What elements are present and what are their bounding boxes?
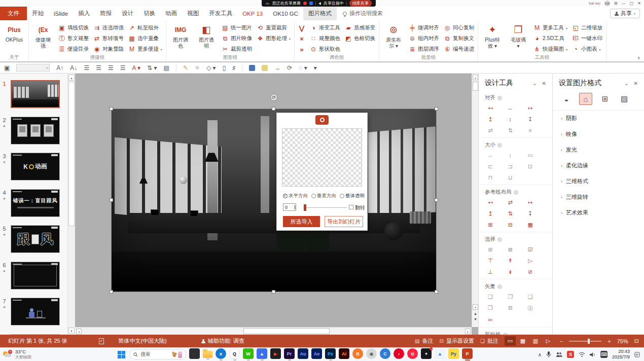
clock[interactable]: 20:43 2025/7/9 [612, 349, 630, 360]
scroll-up-icon[interactable]: ▴ [473, 75, 478, 80]
save-button[interactable]: ▣ [4, 64, 10, 71]
spellcheck-icon[interactable]: ✓ [99, 338, 104, 344]
share-app-icon[interactable] [309, 2, 313, 5]
rotate-tool-button[interactable]: ⟳ [287, 64, 292, 71]
ribbon-big-button[interactable]: IMG图片调色 [169, 22, 192, 49]
guide-top-icon[interactable]: ↥ [486, 210, 494, 217]
ribbon-small-button[interactable]: ▤统一图片 [221, 23, 253, 33]
wifi-icon[interactable] [579, 352, 585, 357]
distribute-v-icon[interactable]: ⇅ [506, 127, 514, 134]
ribbon-tab[interactable]: 开始 [27, 7, 49, 20]
format-section[interactable]: ›三维旋转 [553, 189, 644, 205]
format-section[interactable]: ›艺术效果 [553, 205, 644, 221]
chevron-down-icon[interactable]: ⌄ [532, 81, 536, 86]
slide-sorter-view-button[interactable]: ▦ [517, 336, 528, 346]
qq-app[interactable]: Q [229, 348, 240, 360]
radio-option[interactable]: 整体透明 [340, 193, 365, 199]
ribbon-big-button[interactable]: ✦Plus特效 ▾ [481, 22, 504, 49]
red-arrow-button[interactable]: → [274, 64, 280, 71]
dark-badge-app[interactable]: ✦ [421, 348, 432, 360]
stretch-bottom-icon[interactable]: ⊔ [506, 174, 514, 181]
select-hidden-icon[interactable]: ⊘ [526, 269, 534, 275]
fit-size-icon[interactable]: ⊡ [526, 163, 534, 170]
file-explorer[interactable] [203, 349, 212, 359]
accessibility-status[interactable]: 辅助功能: 调查 [201, 337, 244, 345]
radio-option[interactable]: 水平方向 [283, 193, 308, 199]
align-left-icon[interactable]: ↤ [486, 105, 494, 112]
resize-handle[interactable] [435, 107, 438, 111]
new-slide-button[interactable]: ▯ [223, 64, 226, 71]
transparency-slider-track[interactable] [303, 207, 347, 208]
close-x-icon[interactable]: × [297, 33, 306, 44]
dialog-mode-button[interactable] [315, 115, 329, 125]
photoshop-app[interactable]: Ps [325, 348, 336, 360]
transparency-slider-thumb[interactable] [304, 204, 306, 211]
columns-button[interactable]: ▤ [164, 64, 169, 71]
volume-icon[interactable] [590, 352, 596, 357]
select-checked-icon[interactable]: ☑ [526, 246, 534, 253]
resize-handle[interactable] [110, 198, 113, 202]
animation-painter-button[interactable]: ✧ [195, 64, 200, 71]
format-section[interactable]: ›映像 [553, 126, 644, 142]
guide-center-v-icon[interactable]: ⇅ [506, 210, 514, 217]
microphone-icon[interactable] [546, 351, 551, 357]
ribbon-small-button[interactable]: ⇉连选增强 [92, 23, 125, 33]
ribbon-small-button[interactable]: ⇄形转项号 [92, 33, 125, 44]
ribbon-small-button[interactable]: ◕2.5D工具 [532, 33, 568, 44]
ribbon-small-button[interactable]: ◩色框切换 [344, 33, 376, 44]
ribbon-small-button[interactable]: M更多工具▾ [532, 23, 568, 33]
select-up-icon[interactable]: ↟ [506, 258, 514, 264]
ribbon-small-button[interactable]: ◔小图表▾ [571, 44, 603, 54]
same-size-icon[interactable]: ▭ [526, 152, 534, 159]
ribbon-tab[interactable]: 图片格式 [303, 7, 337, 20]
vector-text-icon[interactable]: Ⓐ [526, 305, 534, 312]
ribbon-tab[interactable]: 简报 [95, 7, 117, 20]
zoom-slider[interactable] [569, 341, 601, 342]
format-section[interactable]: ›阴影 [553, 111, 644, 126]
format-painter-button[interactable]: ✎ [183, 64, 188, 71]
stop-sharing-button[interactable]: 结束共享 [349, 0, 372, 7]
slide-thumbnail[interactable]: 错误一：盲目跟风 [11, 189, 60, 217]
start-button[interactable] [118, 351, 125, 358]
align-right-button[interactable]: ☰ [108, 64, 114, 71]
resize-handle[interactable] [272, 107, 275, 111]
ribbon-big-button[interactable]: ❐毛玻璃 ▾ [507, 22, 530, 49]
scroll-down-icon[interactable]: ▾ [68, 328, 75, 334]
avatar[interactable]: KW [604, 1, 610, 6]
export-to-slide-button[interactable]: 导出到幻灯片 [325, 216, 363, 227]
align-more-icon[interactable]: ≡ [526, 127, 534, 134]
powerpoint-app[interactable]: P [462, 348, 473, 360]
select-same-fill-icon[interactable]: ⊞ [486, 246, 494, 253]
ribbon-small-button[interactable]: ⋔快捷脑图▾ [532, 44, 568, 54]
premiere-app[interactable]: Pr [284, 348, 295, 360]
import-selected-button[interactable]: 所选导入 [283, 216, 320, 227]
font-size-box[interactable]: ▾ [16, 64, 50, 71]
vector-shape-1-icon[interactable]: ❏ [486, 294, 494, 300]
shape-picker-button[interactable]: ◇ ▾ [206, 64, 216, 71]
ribbon-small-button[interactable]: ▦选中重叠 [127, 33, 163, 44]
slide-thumbnail[interactable] [11, 298, 60, 326]
ribbon-small-button[interactable]: ◉对象显隐 [92, 44, 125, 54]
justify-button[interactable]: ☰ [120, 64, 126, 71]
python-app[interactable]: Py [448, 348, 459, 360]
notification-icon[interactable] [634, 352, 640, 357]
ribbon-small-button[interactable]: ◎同心复制 [443, 23, 475, 33]
align-middle-v-icon[interactable]: ↕ [506, 116, 514, 123]
font-color-button[interactable]: A ▾ [132, 64, 140, 71]
vector-shape-3-icon[interactable]: ❑ [526, 294, 534, 300]
ribbon-tab[interactable]: 开发工具 [204, 7, 237, 20]
ribbon-small-button[interactable]: ∷规整颜色 [309, 33, 341, 44]
slide-thumbnail[interactable]: 跟风 [11, 225, 60, 253]
comments-button[interactable]: ❏ 批注 [480, 337, 498, 345]
radio-icon[interactable] [311, 194, 316, 198]
zoom-out-button[interactable]: − [560, 338, 563, 344]
resize-handle[interactable] [110, 290, 113, 294]
vector-cut-icon[interactable]: ✄ [486, 317, 494, 323]
office-photo-image[interactable] [112, 109, 436, 292]
scroll-up-icon[interactable]: ▴ [68, 75, 75, 81]
record-dot-icon[interactable] [303, 2, 307, 5]
taskbar-search[interactable]: 搜索 [129, 349, 186, 359]
blue-swatch-button[interactable] [249, 65, 255, 71]
reading-view-button[interactable]: ▥ [530, 336, 541, 346]
slide-thumbnail[interactable] [11, 117, 60, 145]
